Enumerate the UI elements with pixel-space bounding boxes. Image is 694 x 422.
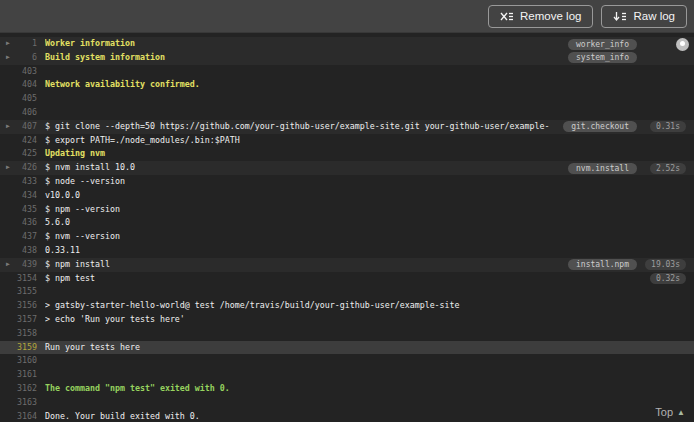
- remove-log-icon: [500, 11, 513, 22]
- fold-name-badge: git.checkout: [563, 121, 637, 132]
- log-row: 4380.33.11: [0, 244, 694, 258]
- line-number[interactable]: 3157: [0, 313, 37, 327]
- log-row: ▶426$ nvm install 10.0nvm.install2.52s: [0, 161, 694, 175]
- line-number[interactable]: 403: [0, 65, 37, 79]
- log-row: 3160: [0, 354, 694, 368]
- log-text: $ npm test: [45, 272, 690, 286]
- line-number[interactable]: 3163: [0, 396, 37, 410]
- raw-log-button[interactable]: Raw log: [601, 5, 687, 28]
- scroll-indicator-knob[interactable]: [676, 38, 689, 51]
- log-text: The command "npm test" exited with 0.: [45, 382, 690, 396]
- log-text: Run your tests here: [45, 341, 690, 355]
- log-text: $ node --version: [45, 175, 690, 189]
- log-row: ▶439$ npm installinstall.npm19.03s: [0, 258, 694, 272]
- line-number[interactable]: 425: [0, 147, 37, 161]
- log-row: 3157> echo 'Run your tests here': [0, 313, 694, 327]
- line-number[interactable]: 3154: [0, 272, 37, 286]
- duration-badge: 19.03s: [645, 259, 686, 270]
- log-row: 437$ nvm --version: [0, 230, 694, 244]
- line-number[interactable]: 3159: [0, 341, 37, 355]
- duration-badge: 2.52s: [650, 163, 686, 174]
- log-text: 0.33.11: [45, 244, 690, 258]
- log-row: ▶1Worker informationworker_info: [0, 37, 694, 51]
- log-row: 424$ export PATH=./node_modules/.bin:$PA…: [0, 134, 694, 148]
- line-number[interactable]: 3162: [0, 382, 37, 396]
- line-number[interactable]: 406: [0, 106, 37, 120]
- scroll-to-top-link[interactable]: Top ▲: [655, 406, 685, 418]
- log-text: 5.6.0: [45, 216, 690, 230]
- remove-log-button[interactable]: Remove log: [488, 5, 593, 28]
- log-row: 434v10.0.0: [0, 189, 694, 203]
- log-row: 403: [0, 65, 694, 79]
- log-row: 3154$ npm test0.32s: [0, 272, 694, 286]
- line-number[interactable]: 424: [0, 134, 37, 148]
- line-number[interactable]: 437: [0, 230, 37, 244]
- fold-name-badge: install.npm: [568, 259, 637, 270]
- line-number[interactable]: 3161: [0, 368, 37, 382]
- log-text: > echo 'Run your tests here': [45, 313, 690, 327]
- log-row: 435$ npm --version: [0, 203, 694, 217]
- log-text: Network availability confirmed.: [45, 78, 690, 92]
- line-number[interactable]: 3160: [0, 354, 37, 368]
- log-row: ▶407$ git clone --depth=50 https://githu…: [0, 120, 694, 134]
- log-row: 3163: [0, 396, 694, 410]
- log-row: 404Network availability confirmed.: [0, 78, 694, 92]
- log-row: 4365.6.0: [0, 216, 694, 230]
- log-text: $ npm --version: [45, 203, 690, 217]
- log-text: Updating nvm: [45, 147, 690, 161]
- duration-badge: 0.32s: [650, 273, 686, 284]
- line-number[interactable]: 3158: [0, 327, 37, 341]
- scroll-to-top-label: Top: [655, 406, 673, 418]
- log-toolbar: Remove log Raw log: [0, 0, 694, 33]
- line-number[interactable]: 433: [0, 175, 37, 189]
- line-number[interactable]: 405: [0, 92, 37, 106]
- remove-log-label: Remove log: [520, 10, 581, 22]
- line-number[interactable]: 3155: [0, 285, 37, 299]
- log-text: $ nvm --version: [45, 230, 690, 244]
- log-row: 3155: [0, 285, 694, 299]
- raw-log-label: Raw log: [633, 10, 675, 22]
- fold-name-badge: nvm.install: [568, 163, 637, 174]
- log-row: 3156> gatsby-starter-hello-world@ test /…: [0, 299, 694, 313]
- log-row: 433$ node --version: [0, 175, 694, 189]
- line-number[interactable]: 3156: [0, 299, 37, 313]
- line-number[interactable]: 434: [0, 189, 37, 203]
- log-row: 406: [0, 106, 694, 120]
- log-row: 3158: [0, 327, 694, 341]
- line-number[interactable]: 439: [0, 258, 37, 272]
- line-number[interactable]: 404: [0, 78, 37, 92]
- line-number[interactable]: 436: [0, 216, 37, 230]
- line-number[interactable]: 6: [0, 51, 37, 65]
- log-text: v10.0.0: [45, 189, 690, 203]
- line-number[interactable]: 435: [0, 203, 37, 217]
- line-number[interactable]: 1: [0, 37, 37, 51]
- log-row: 3161: [0, 368, 694, 382]
- raw-log-icon: [613, 11, 626, 22]
- line-number[interactable]: 3164: [0, 410, 37, 422]
- arrow-up-icon: ▲: [677, 408, 685, 417]
- duration-badge: 0.31s: [650, 121, 686, 132]
- line-number[interactable]: 426: [0, 161, 37, 175]
- log-row: 425Updating nvm: [0, 147, 694, 161]
- log-text: Done. Your build exited with 0.: [45, 410, 690, 422]
- log-text: $ export PATH=./node_modules/.bin:$PATH: [45, 134, 690, 148]
- log-text: > gatsby-starter-hello-world@ test /home…: [45, 299, 690, 313]
- fold-name-badge: worker_info: [568, 39, 637, 50]
- log-row: 3162The command "npm test" exited with 0…: [0, 382, 694, 396]
- log-row: 3159Run your tests here: [0, 341, 694, 355]
- log-container: ▶1Worker informationworker_info▶6Build s…: [0, 33, 694, 422]
- log-row: ▶6Build system informationsystem_info: [0, 51, 694, 65]
- fold-name-badge: system_info: [568, 52, 637, 63]
- log-row: 3164Done. Your build exited with 0.: [0, 410, 694, 422]
- line-number[interactable]: 407: [0, 120, 37, 134]
- line-number[interactable]: 438: [0, 244, 37, 258]
- log-row: 405: [0, 92, 694, 106]
